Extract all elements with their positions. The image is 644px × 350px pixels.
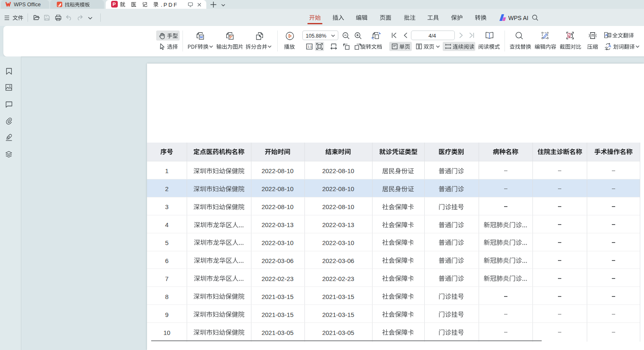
svg-text:A: A [609,43,611,48]
svg-text:A: A [605,33,608,37]
svg-text:1:1: 1:1 [307,45,312,49]
